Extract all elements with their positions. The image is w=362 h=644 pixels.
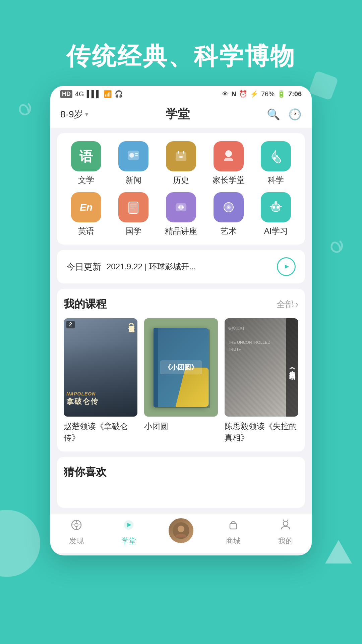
- kexue-icon: [261, 141, 291, 171]
- hero-section: 传统经典、科学博物: [0, 0, 362, 86]
- lishi-icon: [166, 141, 196, 171]
- mine-icon: [280, 519, 292, 534]
- svg-rect-10: [129, 202, 138, 213]
- status-signal: 4G: [75, 90, 84, 98]
- svg-point-20: [228, 207, 229, 208]
- svg-point-39: [283, 521, 288, 526]
- deco-triangle-right: [325, 540, 352, 564]
- play-button[interactable]: [277, 257, 296, 276]
- top-nav: 8-9岁 ▾ 学堂 🔍 🕐: [50, 101, 312, 128]
- svg-rect-24: [275, 201, 277, 205]
- deco-swirl-left: [13, 97, 44, 127]
- update-content: 2021.9.22 | 环球影城开...: [107, 261, 272, 272]
- status-bar: HD 4G ▌▌▌ 📶 🎧 👁 N ⏰ ⚡ 76% 🔋 7:06: [50, 86, 312, 101]
- discover-label: 发现: [69, 536, 84, 546]
- age-selector[interactable]: 8-9岁 ▾: [60, 108, 88, 121]
- history-icon[interactable]: 🕐: [288, 108, 302, 121]
- status-time: 7:06: [288, 90, 302, 98]
- app-container: HD 4G ▌▌▌ 📶 🎧 👁 N ⏰ ⚡ 76% 🔋 7:06 8-9岁 ▾ …: [50, 86, 312, 555]
- category-section: 语 文学 新闻: [57, 133, 305, 245]
- guoxue-icon: [118, 192, 148, 222]
- svg-rect-26: [279, 206, 282, 207]
- category-ai[interactable]: AI学习: [252, 192, 300, 236]
- xuetang-label: 学堂: [121, 536, 136, 546]
- status-wifi: 📶: [104, 90, 112, 98]
- svg-point-16: [178, 206, 180, 208]
- ai-label: AI学习: [264, 226, 288, 236]
- category-yishu[interactable]: 艺术: [205, 192, 252, 236]
- status-headphone: 🎧: [115, 90, 123, 98]
- update-label: 今日更新: [66, 261, 101, 273]
- course-list: 2 《赵楚领读》 NAPOLEON 拿破仑传 赵楚领读《拿破仑传》: [64, 318, 298, 443]
- guess-header: 猜你喜欢: [64, 465, 298, 480]
- avatar: [168, 517, 194, 544]
- category-yingyu[interactable]: En 英语: [62, 192, 110, 236]
- status-battery-pct: 76%: [261, 90, 275, 98]
- hero-title: 传统经典、科学博物: [0, 40, 362, 72]
- ai-icon: [261, 192, 291, 222]
- bottom-nav: 发现 学堂: [50, 513, 312, 553]
- nav-xuetang[interactable]: 学堂: [103, 519, 155, 546]
- nav-discover[interactable]: 发现: [50, 519, 103, 546]
- status-battery-icon: 🔋: [277, 90, 286, 98]
- xinwen-label: 新闻: [125, 175, 141, 185]
- status-right: 👁 N ⏰ ⚡ 76% 🔋 7:06: [222, 90, 302, 98]
- svg-point-41: [283, 519, 284, 520]
- xuetang-icon: [123, 519, 135, 534]
- category-guoxue[interactable]: 国学: [110, 192, 158, 236]
- nav-center-avatar[interactable]: [155, 517, 207, 546]
- xiaotuan-cover: 《小团圆》: [144, 318, 218, 417]
- category-jiazhang[interactable]: 家长学堂: [205, 141, 252, 185]
- svg-rect-2: [135, 153, 138, 154]
- course-napoleon[interactable]: 2 《赵楚领读》 NAPOLEON 拿破仑传 赵楚领读《拿破仑传》: [64, 318, 137, 443]
- status-left: HD 4G ▌▌▌ 📶 🎧: [60, 90, 123, 98]
- status-alarm: ⏰: [239, 90, 247, 98]
- category-grid: 语 文学 新闻: [62, 141, 300, 236]
- nav-icons: 🔍 🕐: [267, 108, 302, 121]
- category-lishi[interactable]: 历史: [157, 141, 205, 185]
- deco-swirl-right: [325, 235, 355, 265]
- svg-rect-11: [130, 205, 137, 205]
- yishu-icon: [214, 192, 244, 222]
- age-dropdown-arrow: ▾: [85, 111, 88, 118]
- svg-point-8: [273, 157, 276, 160]
- svg-point-22: [273, 206, 275, 209]
- mine-label: 我的: [278, 536, 293, 546]
- napoleon-cover: 2 《赵楚领读》 NAPOLEON 拿破仑传: [64, 318, 137, 417]
- mall-label: 商城: [226, 536, 241, 546]
- courses-header: 我的课程 全部 ›: [64, 297, 298, 312]
- shikong-title: 陈思毅领读《失控的真相》: [225, 421, 298, 443]
- discover-icon: [70, 519, 82, 534]
- svg-rect-3: [135, 155, 138, 156]
- napoleon-title: 赵楚领读《拿破仑传》: [64, 421, 137, 443]
- deco-circle-left: [0, 510, 40, 577]
- category-wenxue[interactable]: 语 文学: [62, 141, 110, 185]
- yingyu-icon: En: [71, 192, 101, 222]
- course-xiaotuan[interactable]: 《小团圆》 小团圆: [144, 318, 218, 443]
- courses-more[interactable]: 全部 ›: [277, 299, 298, 310]
- nav-title: 学堂: [166, 106, 190, 122]
- jiazhang-icon: [214, 141, 244, 171]
- category-jingpin[interactable]: 精品讲座: [157, 192, 205, 236]
- status-bluetooth: ⚡: [250, 90, 258, 98]
- svg-point-7: [225, 150, 232, 157]
- nav-mine[interactable]: 我的: [259, 519, 312, 546]
- nav-mall[interactable]: 商城: [207, 519, 259, 546]
- search-icon[interactable]: 🔍: [267, 108, 280, 121]
- svg-rect-6: [183, 151, 184, 154]
- svg-rect-38: [230, 524, 237, 529]
- svg-rect-5: [178, 151, 179, 154]
- category-xinwen[interactable]: 新闻: [110, 141, 158, 185]
- svg-point-1: [129, 153, 134, 158]
- shikong-cover: 《失控的真相》 失控真相 THE UNCONTROLLED TRUTH: [225, 318, 298, 417]
- svg-point-23: [277, 206, 279, 209]
- course-shikong[interactable]: 《失控的真相》 失控真相 THE UNCONTROLLED TRUTH 陈思毅领…: [225, 318, 298, 443]
- svg-point-17: [182, 206, 184, 208]
- chevron-right-icon: ›: [295, 299, 298, 310]
- category-kexue[interactable]: 科学: [252, 141, 300, 185]
- yingyu-label: 英语: [78, 226, 94, 236]
- status-nfc: N: [231, 90, 236, 98]
- update-banner[interactable]: 今日更新 2021.9.22 | 环球影城开...: [57, 250, 305, 283]
- guess-title: 猜你喜欢: [64, 465, 107, 480]
- wenxue-label: 文学: [78, 175, 94, 185]
